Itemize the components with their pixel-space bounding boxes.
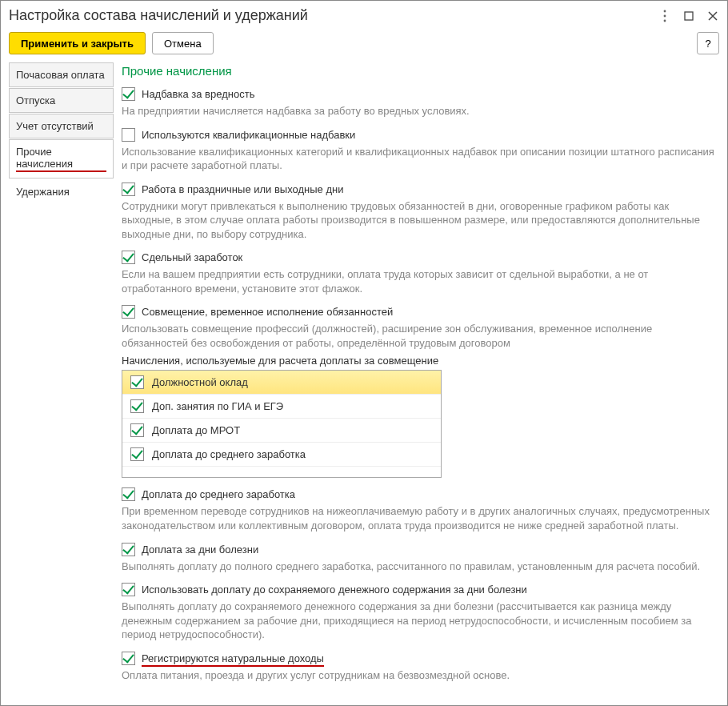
sidebar-item-label: Учет отсутствий [16, 120, 94, 132]
sidebar-item-other-accruals[interactable]: Прочие начисления [9, 139, 114, 179]
settings-window: Настройка состава начислений и удержаний… [0, 0, 728, 706]
list-item[interactable]: Доп. занятия по ГИА и ЕГЭ [122, 395, 441, 419]
hint-text: Использование квалификационных категорий… [122, 145, 714, 173]
list-item-label: Доплата до МРОТ [152, 424, 240, 436]
checkbox-hazard-bonus[interactable] [122, 87, 135, 101]
svg-point-1 [664, 14, 666, 17]
checkbox-sick-days-supplement[interactable] [122, 543, 135, 556]
checkbox-label: Использовать доплату до сохраняемого ден… [142, 584, 527, 596]
window-controls [658, 10, 719, 22]
sidebar-item-deductions[interactable]: Удержания [9, 179, 114, 204]
section-title: Прочие начисления [122, 64, 714, 78]
checkbox-label: Используются квалификационные надбавки [142, 129, 355, 141]
hint-text: Использовать совмещение профессий (должн… [122, 322, 714, 350]
checkbox-qualification-bonus[interactable] [122, 128, 135, 142]
checkbox-avg-earnings-supplement[interactable] [122, 487, 135, 501]
checkbox-holiday-work[interactable] [122, 183, 135, 196]
maximize-icon[interactable] [682, 10, 695, 22]
list-item[interactable]: Доплата до среднего заработка [122, 443, 441, 467]
hint-text: При временном переводе сотрудников на ни… [122, 504, 714, 532]
list-checkbox[interactable] [130, 447, 144, 461]
list-checkbox[interactable] [130, 423, 144, 437]
checkbox-natural-income[interactable] [122, 652, 135, 665]
list-caption: Начисления, используемые для расчета доп… [122, 355, 714, 367]
sidebar: Почасовая оплата Отпуска Учет отсутствий… [9, 62, 114, 697]
list-item[interactable]: Доплата до МРОТ [122, 419, 441, 443]
hint-text: Выполнять доплату до сохраняемого денежн… [122, 600, 714, 642]
close-icon[interactable] [706, 10, 719, 22]
help-button[interactable]: ? [697, 32, 719, 54]
checkbox-label: Доплата до среднего заработка [142, 488, 295, 500]
kebab-icon[interactable] [658, 10, 671, 22]
toolbar: Применить и закрыть Отмена ? [1, 29, 727, 62]
sidebar-item-label: Удержания [16, 186, 70, 198]
sidebar-item-label: Прочие начисления [16, 146, 106, 172]
hint-text: Оплата питания, проезда и других услуг с… [122, 668, 714, 683]
checkbox-sick-allowance-supplement[interactable] [122, 583, 135, 596]
sidebar-item-hourly[interactable]: Почасовая оплата [9, 62, 114, 87]
checkbox-label: Надбавка за вредность [142, 88, 254, 100]
svg-rect-3 [685, 12, 693, 20]
list-item[interactable]: Должностной оклад [122, 371, 441, 395]
list-checkbox[interactable] [130, 399, 144, 413]
accruals-listbox[interactable]: Должностной оклад Доп. занятия по ГИА и … [122, 370, 442, 478]
checkbox-label: Доплата за дни болезни [142, 544, 258, 556]
svg-point-0 [664, 10, 666, 12]
svg-point-2 [664, 19, 666, 22]
hint-text: Выполнять доплату до полного среднего за… [122, 560, 714, 574]
list-item-label: Доп. занятия по ГИА и ЕГЭ [152, 400, 283, 412]
sidebar-item-vacation[interactable]: Отпуска [9, 88, 114, 113]
list-checkbox[interactable] [130, 375, 144, 389]
sidebar-item-label: Почасовая оплата [16, 69, 105, 81]
checkbox-label: Сдельный заработок [142, 251, 242, 263]
titlebar: Настройка состава начислений и удержаний [1, 1, 727, 29]
checkbox-label: Работа в праздничные или выходные дни [142, 183, 343, 195]
checkbox-label: Совмещение, временное исполнение обязанн… [142, 306, 393, 318]
hint-text: Если на вашем предприятии есть сотрудник… [122, 267, 714, 295]
checkbox-label: Регистрируются натуральные доходы [142, 652, 324, 664]
body: Почасовая оплата Отпуска Учет отсутствий… [1, 62, 727, 705]
hint-text: Сотрудники могут привлекаться к выполнен… [122, 199, 714, 242]
checkbox-piecework[interactable] [122, 251, 135, 264]
sidebar-item-absence[interactable]: Учет отсутствий [9, 114, 114, 138]
sidebar-item-label: Отпуска [16, 94, 55, 106]
list-item-label: Доплата до среднего заработка [152, 448, 306, 460]
apply-close-button[interactable]: Применить и закрыть [9, 32, 146, 54]
cancel-button[interactable]: Отмена [152, 32, 214, 54]
list-item-label: Должностной оклад [152, 376, 248, 388]
checkbox-combination[interactable] [122, 305, 135, 319]
hint-text: На предприятии начисляется надбавка за р… [122, 104, 714, 118]
content-panel: Прочие начисления Надбавка за вредность … [122, 62, 719, 697]
window-title: Настройка состава начислений и удержаний [9, 7, 658, 24]
